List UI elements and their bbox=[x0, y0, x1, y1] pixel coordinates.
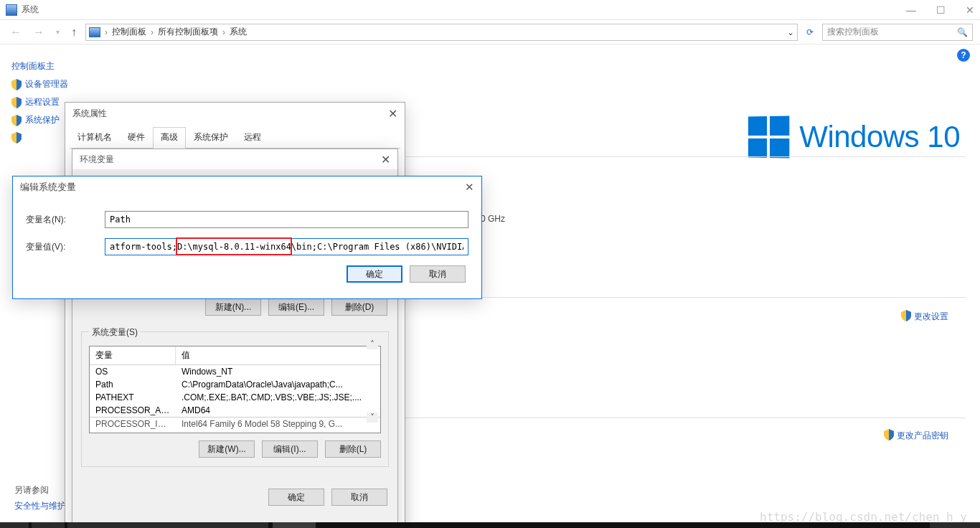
shield-icon bbox=[11, 97, 22, 108]
up-button[interactable]: ↑ bbox=[68, 26, 80, 39]
tab-computer-name[interactable]: 计算机名 bbox=[70, 127, 120, 148]
address-bar: ← → ▾ ↑ › 控制面板 › 所有控制面板项 › 系统 ⌄ ⟳ 搜索控制面板… bbox=[0, 20, 980, 44]
cpu-info-text: 0 GHz bbox=[481, 214, 505, 224]
dialog-title: 环境变量 bbox=[80, 154, 114, 166]
change-product-key-link[interactable]: 更改产品密钥 bbox=[884, 429, 948, 443]
close-icon[interactable]: ✕ bbox=[381, 153, 390, 166]
breadcrumb-dropdown-icon[interactable]: ⌄ bbox=[787, 27, 794, 37]
windows10-brand: Windows 10 bbox=[748, 116, 960, 158]
chevron-right-icon: › bbox=[105, 27, 108, 37]
taskbar-strip bbox=[0, 522, 980, 528]
env-cancel-button[interactable]: 取消 bbox=[331, 489, 387, 506]
see-also-label: 另请参阅 bbox=[14, 484, 49, 496]
table-row[interactable]: PathC:\ProgramData\Oracle\Java\javapath;… bbox=[90, 378, 380, 391]
left-nav-item[interactable]: 设备管理器 bbox=[11, 75, 112, 93]
main-content: ? 控制面板主 设备管理器 远程设置 系统保护 另请参阅 安全性与维护 Wind… bbox=[0, 44, 980, 522]
chevron-right-icon: › bbox=[222, 27, 225, 37]
variable-value-label: 变量值(V): bbox=[26, 241, 105, 253]
change-key-label: 更改产品密钥 bbox=[897, 430, 948, 442]
change-settings-link[interactable]: 更改设置 bbox=[901, 310, 948, 324]
dialog-titlebar[interactable]: 系统属性 ✕ bbox=[65, 103, 405, 124]
system-variables-group: 系统变量(S) 变量 值 OSWindows_NT PathC:\Program… bbox=[81, 331, 389, 467]
dialog-title: 编辑系统变量 bbox=[20, 182, 76, 194]
edit-cancel-button[interactable]: 取消 bbox=[410, 265, 466, 283]
table-header: 变量 值 bbox=[90, 346, 380, 365]
edit-sys-var-button[interactable]: 编辑(I)... bbox=[262, 440, 318, 458]
new-user-var-button[interactable]: 新建(N)... bbox=[205, 298, 261, 316]
table-row[interactable]: PROCESSOR_IDE...Intel64 Family 6 Model 5… bbox=[90, 417, 380, 430]
change-settings-label: 更改设置 bbox=[914, 311, 948, 323]
search-input[interactable]: 搜索控制面板 🔍 bbox=[822, 24, 973, 41]
shield-icon bbox=[884, 429, 894, 443]
edit-ok-button[interactable]: 确定 bbox=[347, 265, 402, 283]
tab-remote[interactable]: 远程 bbox=[236, 127, 269, 148]
title-bar: 系统 — ☐ ✕ bbox=[0, 0, 980, 20]
search-icon: 🔍 bbox=[957, 27, 968, 37]
col-variable[interactable]: 变量 bbox=[90, 346, 176, 364]
chevron-right-icon: › bbox=[151, 27, 154, 37]
breadcrumb-icon bbox=[89, 27, 100, 37]
tab-strip: 计算机名 硬件 高级 系统保护 远程 bbox=[70, 127, 400, 148]
dialog-titlebar[interactable]: 编辑系统变量 ✕ bbox=[13, 176, 481, 198]
delete-sys-var-button[interactable]: 删除(L) bbox=[325, 440, 381, 458]
forward-button[interactable]: → bbox=[30, 26, 47, 39]
env-ok-button[interactable]: 确定 bbox=[268, 489, 324, 506]
close-icon[interactable]: ✕ bbox=[966, 4, 974, 16]
system-app-icon bbox=[6, 4, 17, 16]
breadcrumb-item[interactable]: 所有控制面板项 bbox=[158, 26, 218, 38]
variable-name-input[interactable] bbox=[105, 211, 468, 228]
windows10-text: Windows 10 bbox=[799, 120, 960, 154]
recent-dd-icon[interactable]: ▾ bbox=[53, 28, 62, 36]
breadcrumb[interactable]: › 控制面板 › 所有控制面板项 › 系统 ⌄ bbox=[85, 24, 798, 41]
maximize-icon[interactable]: ☐ bbox=[936, 4, 946, 16]
back-button[interactable]: ← bbox=[7, 26, 24, 39]
edit-user-var-button[interactable]: 编辑(E)... bbox=[268, 298, 324, 316]
scroll-down-icon[interactable]: ˅ bbox=[367, 412, 378, 423]
scroll-up-icon[interactable]: ˄ bbox=[367, 339, 378, 349]
shield-icon bbox=[901, 310, 911, 324]
breadcrumb-item[interactable]: 系统 bbox=[230, 26, 247, 38]
window-title: 系统 bbox=[22, 4, 39, 16]
table-row[interactable]: PROCESSOR_AR...AMD64 bbox=[90, 404, 380, 417]
shield-icon bbox=[11, 79, 22, 90]
table-row[interactable]: PATHEXT.COM;.EXE;.BAT;.CMD;.VBS;.VBE;.JS… bbox=[90, 391, 380, 404]
system-variables-table[interactable]: 变量 值 OSWindows_NT PathC:\ProgramData\Ora… bbox=[89, 346, 381, 433]
security-maintenance-link[interactable]: 安全性与维护 bbox=[14, 500, 66, 512]
breadcrumb-item[interactable]: 控制面板 bbox=[112, 26, 146, 38]
tab-system-protection[interactable]: 系统保护 bbox=[186, 127, 236, 148]
close-icon[interactable]: ✕ bbox=[388, 107, 397, 121]
search-placeholder: 搜索控制面板 bbox=[827, 26, 879, 38]
shield-icon bbox=[11, 115, 22, 126]
close-icon[interactable]: ✕ bbox=[465, 181, 474, 194]
shield-icon bbox=[11, 132, 22, 143]
edit-system-variable-dialog: 编辑系统变量 ✕ 变量名(N): 变量值(V): 确定 取消 bbox=[12, 176, 482, 299]
help-icon[interactable]: ? bbox=[957, 49, 970, 62]
new-sys-var-button[interactable]: 新建(W)... bbox=[199, 440, 255, 458]
refresh-button[interactable]: ⟳ bbox=[804, 27, 816, 37]
left-nav-label: 系统保护 bbox=[25, 114, 60, 126]
delete-user-var-button[interactable]: 删除(D) bbox=[331, 298, 387, 316]
variable-value-input[interactable] bbox=[105, 238, 468, 255]
tab-hardware[interactable]: 硬件 bbox=[120, 127, 153, 148]
table-row[interactable]: OSWindows_NT bbox=[90, 365, 380, 378]
dialog-title: 系统属性 bbox=[72, 108, 107, 120]
col-value[interactable]: 值 bbox=[176, 346, 380, 364]
windows-logo-icon bbox=[748, 116, 789, 158]
group-legend: 系统变量(S) bbox=[89, 326, 141, 339]
minimize-icon[interactable]: — bbox=[906, 4, 916, 16]
left-nav-heading[interactable]: 控制面板主 bbox=[11, 57, 112, 75]
left-nav-label: 设备管理器 bbox=[25, 78, 68, 90]
tab-advanced[interactable]: 高级 bbox=[153, 127, 186, 148]
dialog-titlebar[interactable]: 环境变量 ✕ bbox=[72, 149, 397, 169]
window-controls: — ☐ ✕ bbox=[906, 4, 974, 16]
variable-name-label: 变量名(N): bbox=[26, 214, 105, 226]
left-nav-label: 远程设置 bbox=[25, 96, 60, 108]
